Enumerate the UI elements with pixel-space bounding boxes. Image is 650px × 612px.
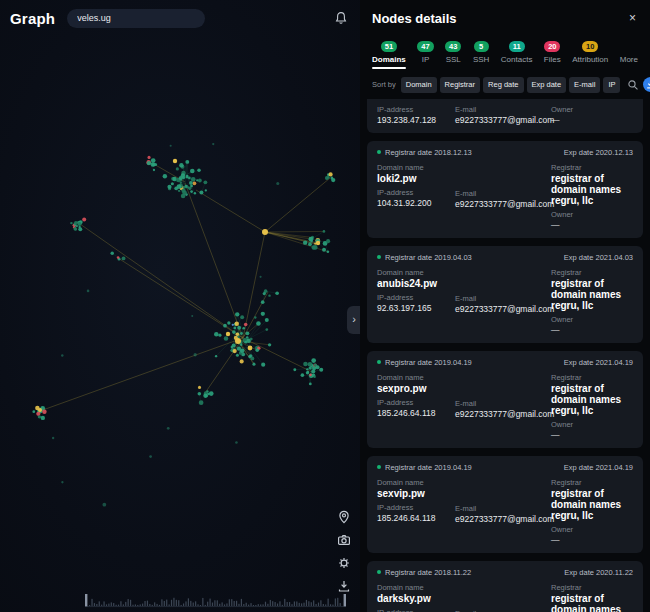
- tab-count-badge: 5: [474, 41, 489, 53]
- tab-ip[interactable]: 47 IP: [417, 34, 433, 69]
- panel-header: Nodes details ×: [360, 0, 650, 34]
- domain-name-value: loki2.pw: [377, 173, 455, 184]
- exp-date: Exp date 2021.04.19: [564, 358, 633, 367]
- ip-value: 185.246.64.118: [377, 408, 455, 418]
- filter-exp-date[interactable]: Exp date: [527, 77, 567, 93]
- status-dot: [377, 255, 381, 259]
- tab-label: Domains: [372, 55, 406, 64]
- domain-cards-list[interactable]: IP-address 193.238.47.128 E-mail e922733…: [360, 99, 650, 612]
- nodes-details-panel: Nodes details × 51 Domains 47 IP 43 SSL …: [360, 0, 650, 612]
- locate-button[interactable]: [336, 509, 352, 525]
- search-list-button[interactable]: [626, 78, 640, 92]
- reg-date: Registrar date 2019.04.03: [385, 253, 472, 262]
- ip-value: 185.246.64.118: [377, 513, 455, 523]
- reg-date: Registrar date 2019.04.19: [385, 358, 472, 367]
- exp-date: Exp date 2020.12.13: [564, 148, 633, 157]
- owner-value: —: [551, 535, 633, 545]
- bell-icon: [334, 11, 348, 25]
- camera-icon: [337, 533, 351, 547]
- reg-date: Registrar date 2018.12.13: [385, 148, 472, 157]
- screenshot-button[interactable]: [336, 532, 352, 548]
- tab-count-badge: 10: [582, 41, 598, 53]
- tab-files[interactable]: 20 Files: [544, 34, 561, 69]
- email-label: E-mail: [455, 189, 551, 198]
- owner-label: Owner: [551, 210, 633, 219]
- location-pin-icon: [337, 510, 351, 524]
- email-label: E-mail: [455, 504, 551, 513]
- owner-value: —: [551, 325, 633, 335]
- sort-toolbar: Sort by Domain Registrar Reg date Exp da…: [360, 69, 650, 99]
- gear-icon: [337, 556, 351, 570]
- domain-name-value: anubis24.pw: [377, 278, 455, 289]
- tab-label: IP: [422, 55, 430, 64]
- filter-ip[interactable]: IP: [603, 77, 620, 93]
- registrar-label: Registrar: [551, 163, 633, 172]
- tab-contacts[interactable]: 11 Contacts: [501, 34, 533, 69]
- notifications-button[interactable]: [332, 9, 350, 27]
- ip-label: IP-address: [377, 105, 455, 114]
- registrar-value: registrar of domain names regru, llc: [551, 278, 633, 311]
- reg-date: Registrar date 2018.11.22: [385, 568, 471, 577]
- graph-settings-button[interactable]: [336, 555, 352, 571]
- registrar-label: Registrar: [551, 478, 633, 487]
- registrar-label: Registrar: [551, 268, 633, 277]
- domain-name-value: darksky.pw: [377, 593, 455, 604]
- domain-label: Domain name: [377, 583, 455, 592]
- page-title: Graph: [10, 10, 55, 27]
- graph-search-input[interactable]: [67, 9, 205, 28]
- domain-name-value: sexpro.pw: [377, 383, 455, 394]
- tab-ssh[interactable]: 5 SSH: [473, 34, 489, 69]
- registrar-value: registrar of domain names regru, llc: [551, 593, 633, 612]
- search-icon: [627, 79, 639, 91]
- owner-label: Owner: [551, 420, 633, 429]
- panel-collapse-button[interactable]: ›: [347, 306, 360, 334]
- close-panel-button[interactable]: ×: [627, 10, 638, 26]
- filter-reg-date[interactable]: Reg date: [483, 77, 523, 93]
- graph-area: Graph: [0, 0, 360, 612]
- tab-count-badge: 11: [509, 41, 525, 53]
- tab-more[interactable]: More: [620, 34, 638, 69]
- panel-tabs: 51 Domains 47 IP 43 SSL 5 SSH 11 Contact…: [360, 34, 650, 69]
- tab-count-badge: 51: [381, 41, 397, 53]
- domain-card[interactable]: Registrar date 2019.04.03 Exp date 2021.…: [367, 246, 643, 343]
- tab-label: SSH: [473, 55, 489, 64]
- export-button[interactable]: [643, 77, 650, 92]
- network-graph[interactable]: [0, 0, 360, 612]
- owner-value: —: [551, 115, 633, 125]
- filter-registrar[interactable]: Registrar: [440, 77, 480, 93]
- domain-label: Domain name: [377, 373, 455, 382]
- status-dot: [377, 150, 381, 154]
- domain-card[interactable]: IP-address 193.238.47.128 E-mail e922733…: [367, 99, 643, 133]
- filter-email[interactable]: E-mail: [569, 77, 600, 93]
- tab-label: SSL: [446, 55, 461, 64]
- status-dot: [377, 465, 381, 469]
- ip-value: 193.238.47.128: [377, 115, 455, 125]
- email-label: E-mail: [455, 609, 551, 612]
- tab-attribution[interactable]: 10 Attribution: [572, 34, 608, 69]
- filter-domain[interactable]: Domain: [401, 77, 437, 93]
- domain-label: Domain name: [377, 268, 455, 277]
- graph-topbar: Graph: [0, 0, 360, 36]
- ip-value: 104.31.92.200: [377, 198, 455, 208]
- tab-label: Attribution: [572, 55, 608, 64]
- timeline-scrubber[interactable]: [85, 593, 346, 608]
- tab-domains[interactable]: 51 Domains: [372, 34, 406, 69]
- domain-card[interactable]: Registrar date 2018.11.22 Exp date 2020.…: [367, 561, 643, 612]
- email-label: E-mail: [455, 294, 551, 303]
- domain-name-value: sexvip.pw: [377, 488, 455, 499]
- save-graph-button[interactable]: [336, 578, 352, 594]
- domain-card[interactable]: Registrar date 2019.04.19 Exp date 2021.…: [367, 456, 643, 553]
- exp-date: Exp date 2021.04.03: [564, 253, 633, 262]
- status-dot: [377, 570, 381, 574]
- domain-card[interactable]: Registrar date 2018.12.13 Exp date 2020.…: [367, 141, 643, 238]
- email-label: E-mail: [455, 105, 551, 114]
- sort-by-label: Sort by: [372, 80, 396, 89]
- tab-label: Files: [544, 55, 561, 64]
- tab-ssl[interactable]: 43 SSL: [445, 34, 461, 69]
- email-value: e9227333777@gmail.com: [455, 409, 551, 419]
- owner-value: —: [551, 430, 633, 440]
- domain-label: Domain name: [377, 478, 455, 487]
- tab-count-badge: 47: [417, 41, 433, 53]
- registrar-value: registrar of domain names regru, llc: [551, 488, 633, 521]
- domain-card[interactable]: Registrar date 2019.04.19 Exp date 2021.…: [367, 351, 643, 448]
